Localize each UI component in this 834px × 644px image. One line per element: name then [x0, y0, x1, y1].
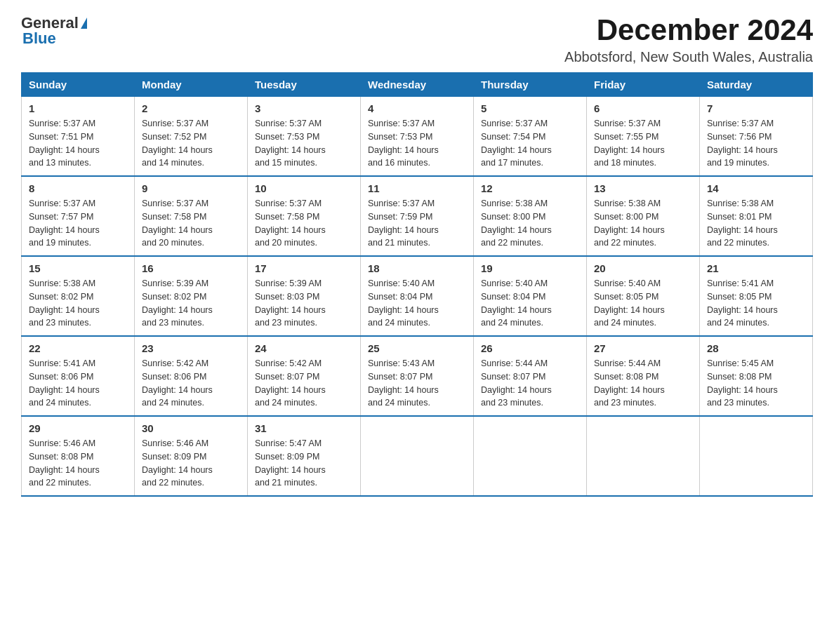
calendar-cell: 24 Sunrise: 5:42 AM Sunset: 8:07 PM Dayl…: [248, 336, 361, 416]
calendar-cell: 14 Sunrise: 5:38 AM Sunset: 8:01 PM Dayl…: [700, 176, 813, 256]
day-number: 27: [594, 342, 692, 354]
header-cell-thursday: Thursday: [474, 73, 587, 97]
day-info: Sunrise: 5:37 AM Sunset: 7:59 PM Dayligh…: [368, 197, 466, 250]
logo-text-blue: Blue: [22, 29, 56, 48]
day-info: Sunrise: 5:37 AM Sunset: 7:58 PM Dayligh…: [255, 197, 353, 250]
calendar-cell: 20 Sunrise: 5:40 AM Sunset: 8:05 PM Dayl…: [587, 256, 700, 336]
calendar-header: SundayMondayTuesdayWednesdayThursdayFrid…: [22, 73, 813, 97]
day-info: Sunrise: 5:37 AM Sunset: 7:56 PM Dayligh…: [707, 117, 805, 170]
calendar-cell: 6 Sunrise: 5:37 AM Sunset: 7:55 PM Dayli…: [587, 97, 700, 177]
day-info: Sunrise: 5:46 AM Sunset: 8:09 PM Dayligh…: [142, 437, 240, 490]
calendar-cell: [474, 416, 587, 496]
day-number: 25: [368, 342, 466, 354]
calendar-body: 1 Sunrise: 5:37 AM Sunset: 7:51 PM Dayli…: [22, 97, 813, 497]
calendar-cell: 21 Sunrise: 5:41 AM Sunset: 8:05 PM Dayl…: [700, 256, 813, 336]
calendar-cell: 26 Sunrise: 5:44 AM Sunset: 8:07 PM Dayl…: [474, 336, 587, 416]
day-info: Sunrise: 5:38 AM Sunset: 8:00 PM Dayligh…: [481, 197, 579, 250]
calendar-cell: 11 Sunrise: 5:37 AM Sunset: 7:59 PM Dayl…: [361, 176, 474, 256]
day-info: Sunrise: 5:37 AM Sunset: 7:51 PM Dayligh…: [29, 117, 127, 170]
day-info: Sunrise: 5:37 AM Sunset: 7:52 PM Dayligh…: [142, 117, 240, 170]
calendar-week-row: 29 Sunrise: 5:46 AM Sunset: 8:08 PM Dayl…: [22, 416, 813, 496]
day-number: 23: [142, 342, 240, 354]
page-header: General Blue December 2024 Abbotsford, N…: [21, 14, 813, 65]
day-info: Sunrise: 5:37 AM Sunset: 7:53 PM Dayligh…: [255, 117, 353, 170]
day-info: Sunrise: 5:44 AM Sunset: 8:08 PM Dayligh…: [594, 357, 692, 410]
calendar-cell: 7 Sunrise: 5:37 AM Sunset: 7:56 PM Dayli…: [700, 97, 813, 177]
subtitle: Abbotsford, New South Wales, Australia: [564, 49, 813, 65]
calendar-cell: [700, 416, 813, 496]
calendar-cell: [587, 416, 700, 496]
day-info: Sunrise: 5:37 AM Sunset: 7:58 PM Dayligh…: [142, 197, 240, 250]
day-info: Sunrise: 5:40 AM Sunset: 8:05 PM Dayligh…: [594, 277, 692, 330]
calendar-cell: 30 Sunrise: 5:46 AM Sunset: 8:09 PM Dayl…: [135, 416, 248, 496]
header-cell-tuesday: Tuesday: [248, 73, 361, 97]
logo: General Blue: [21, 14, 87, 48]
calendar-cell: 8 Sunrise: 5:37 AM Sunset: 7:57 PM Dayli…: [22, 176, 135, 256]
day-number: 20: [594, 262, 692, 274]
day-number: 21: [707, 262, 805, 274]
header-cell-friday: Friday: [587, 73, 700, 97]
day-number: 8: [29, 182, 127, 194]
day-number: 30: [142, 422, 240, 434]
day-info: Sunrise: 5:37 AM Sunset: 7:55 PM Dayligh…: [594, 117, 692, 170]
day-number: 4: [368, 102, 466, 114]
header-cell-sunday: Sunday: [22, 73, 135, 97]
header-cell-wednesday: Wednesday: [361, 73, 474, 97]
header-cell-monday: Monday: [135, 73, 248, 97]
day-number: 22: [29, 342, 127, 354]
calendar-table: SundayMondayTuesdayWednesdayThursdayFrid…: [21, 72, 813, 497]
calendar-cell: 10 Sunrise: 5:37 AM Sunset: 7:58 PM Dayl…: [248, 176, 361, 256]
day-info: Sunrise: 5:42 AM Sunset: 8:07 PM Dayligh…: [255, 357, 353, 410]
calendar-cell: 12 Sunrise: 5:38 AM Sunset: 8:00 PM Dayl…: [474, 176, 587, 256]
day-number: 1: [29, 102, 127, 114]
day-info: Sunrise: 5:46 AM Sunset: 8:08 PM Dayligh…: [29, 437, 127, 490]
day-info: Sunrise: 5:45 AM Sunset: 8:08 PM Dayligh…: [707, 357, 805, 410]
day-info: Sunrise: 5:38 AM Sunset: 8:00 PM Dayligh…: [594, 197, 692, 250]
calendar-cell: 2 Sunrise: 5:37 AM Sunset: 7:52 PM Dayli…: [135, 97, 248, 177]
day-number: 12: [481, 182, 579, 194]
day-number: 24: [255, 342, 353, 354]
day-number: 29: [29, 422, 127, 434]
calendar-cell: 22 Sunrise: 5:41 AM Sunset: 8:06 PM Dayl…: [22, 336, 135, 416]
day-info: Sunrise: 5:37 AM Sunset: 7:53 PM Dayligh…: [368, 117, 466, 170]
day-number: 17: [255, 262, 353, 274]
calendar-cell: 13 Sunrise: 5:38 AM Sunset: 8:00 PM Dayl…: [587, 176, 700, 256]
calendar-cell: 17 Sunrise: 5:39 AM Sunset: 8:03 PM Dayl…: [248, 256, 361, 336]
calendar-week-row: 15 Sunrise: 5:38 AM Sunset: 8:02 PM Dayl…: [22, 256, 813, 336]
day-info: Sunrise: 5:39 AM Sunset: 8:02 PM Dayligh…: [142, 277, 240, 330]
calendar-cell: 27 Sunrise: 5:44 AM Sunset: 8:08 PM Dayl…: [587, 336, 700, 416]
day-number: 26: [481, 342, 579, 354]
calendar-cell: 18 Sunrise: 5:40 AM Sunset: 8:04 PM Dayl…: [361, 256, 474, 336]
day-info: Sunrise: 5:37 AM Sunset: 7:57 PM Dayligh…: [29, 197, 127, 250]
calendar-cell: 4 Sunrise: 5:37 AM Sunset: 7:53 PM Dayli…: [361, 97, 474, 177]
calendar-week-row: 8 Sunrise: 5:37 AM Sunset: 7:57 PM Dayli…: [22, 176, 813, 256]
title-block: December 2024 Abbotsford, New South Wale…: [564, 14, 813, 65]
day-number: 5: [481, 102, 579, 114]
day-info: Sunrise: 5:47 AM Sunset: 8:09 PM Dayligh…: [255, 437, 353, 490]
calendar-cell: 16 Sunrise: 5:39 AM Sunset: 8:02 PM Dayl…: [135, 256, 248, 336]
day-number: 31: [255, 422, 353, 434]
day-number: 28: [707, 342, 805, 354]
day-info: Sunrise: 5:40 AM Sunset: 8:04 PM Dayligh…: [481, 277, 579, 330]
day-number: 16: [142, 262, 240, 274]
day-info: Sunrise: 5:40 AM Sunset: 8:04 PM Dayligh…: [368, 277, 466, 330]
day-info: Sunrise: 5:37 AM Sunset: 7:54 PM Dayligh…: [481, 117, 579, 170]
calendar-cell: 19 Sunrise: 5:40 AM Sunset: 8:04 PM Dayl…: [474, 256, 587, 336]
day-number: 9: [142, 182, 240, 194]
day-info: Sunrise: 5:38 AM Sunset: 8:02 PM Dayligh…: [29, 277, 127, 330]
day-info: Sunrise: 5:43 AM Sunset: 8:07 PM Dayligh…: [368, 357, 466, 410]
day-number: 3: [255, 102, 353, 114]
calendar-week-row: 1 Sunrise: 5:37 AM Sunset: 7:51 PM Dayli…: [22, 97, 813, 177]
calendar-cell: 15 Sunrise: 5:38 AM Sunset: 8:02 PM Dayl…: [22, 256, 135, 336]
day-number: 13: [594, 182, 692, 194]
header-row: SundayMondayTuesdayWednesdayThursdayFrid…: [22, 73, 813, 97]
calendar-cell: 29 Sunrise: 5:46 AM Sunset: 8:08 PM Dayl…: [22, 416, 135, 496]
calendar-cell: 5 Sunrise: 5:37 AM Sunset: 7:54 PM Dayli…: [474, 97, 587, 177]
day-info: Sunrise: 5:44 AM Sunset: 8:07 PM Dayligh…: [481, 357, 579, 410]
logo-triangle-icon: [81, 18, 87, 29]
day-info: Sunrise: 5:42 AM Sunset: 8:06 PM Dayligh…: [142, 357, 240, 410]
day-number: 6: [594, 102, 692, 114]
calendar-cell: 1 Sunrise: 5:37 AM Sunset: 7:51 PM Dayli…: [22, 97, 135, 177]
day-number: 15: [29, 262, 127, 274]
calendar-cell: 9 Sunrise: 5:37 AM Sunset: 7:58 PM Dayli…: [135, 176, 248, 256]
